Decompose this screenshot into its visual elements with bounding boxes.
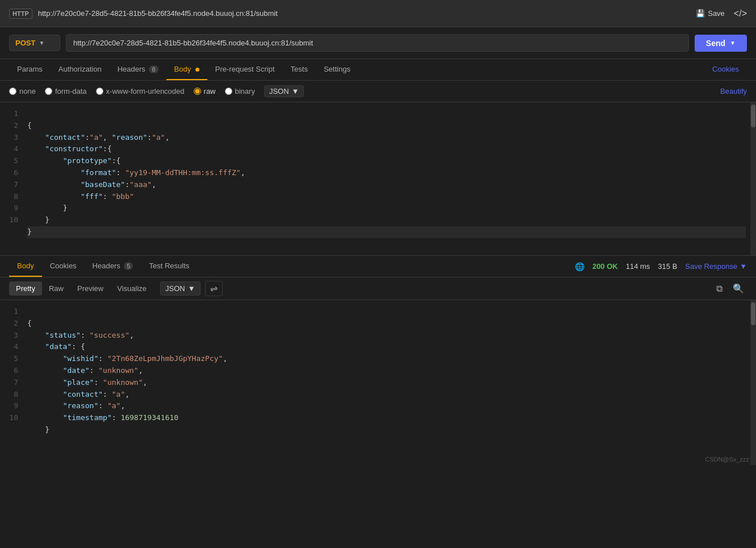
method-label: POST	[15, 39, 35, 47]
status-size: 315 B	[658, 262, 677, 271]
method-select[interactable]: POST ▼	[9, 35, 60, 51]
save-button[interactable]: 💾 Save	[696, 9, 725, 18]
title-url: http://7e20c0e7-28d5-4821-81b5-bb26f34fe…	[38, 9, 278, 18]
http-badge: HTTP	[9, 9, 32, 19]
request-line-numbers: 1 2 3 4 5 6 7 8 9 10	[0, 102, 23, 255]
opt-none[interactable]: none	[9, 87, 36, 96]
body-dot	[195, 68, 199, 72]
send-chevron-icon: ▼	[730, 40, 736, 46]
url-input[interactable]	[66, 34, 689, 52]
title-bar-left: HTTP http://7e20c0e7-28d5-4821-81b5-bb26…	[9, 9, 278, 19]
vtab-raw[interactable]: Raw	[42, 281, 70, 296]
response-line-numbers: 1 2 3 4 5 6 7 8 9 10	[0, 300, 23, 465]
title-bar-right: 💾 Save </>	[696, 9, 747, 19]
tab-settings[interactable]: Settings	[316, 59, 358, 80]
request-scrollbar-thumb	[751, 105, 755, 127]
globe-icon: 🌐	[575, 262, 584, 271]
url-bar: POST ▼ Send ▼	[0, 27, 756, 59]
save-label: Save	[708, 9, 725, 18]
opt-binary-label: binary	[235, 87, 255, 96]
resp-headers-badge: 5	[124, 262, 133, 270]
resp-tab-body[interactable]: Body	[9, 256, 42, 277]
response-code-content: { "status": "success", "data": { "wishid…	[23, 300, 750, 465]
save-response-chevron-icon: ▼	[740, 262, 747, 271]
opt-form-data-label: form-data	[55, 87, 87, 96]
code-icon: </>	[734, 9, 747, 19]
json-type-label: JSON	[269, 87, 289, 96]
resp-json-type-label: JSON	[165, 284, 185, 293]
save-icon: 💾	[696, 9, 705, 18]
method-chevron-icon: ▼	[39, 40, 44, 46]
response-scrollbar-thumb	[751, 302, 755, 325]
resp-tab-test-results[interactable]: Test Results	[141, 256, 197, 277]
opt-form-data[interactable]: form-data	[45, 87, 87, 96]
tab-cookies[interactable]: Cookies	[704, 59, 747, 80]
beautify-button[interactable]: Beautify	[720, 87, 747, 96]
request-code-content[interactable]: { "contact":"a", "reason":"a", "construc…	[23, 102, 750, 255]
tab-params[interactable]: Params	[9, 59, 51, 80]
viewer-tabs: Pretty Raw Preview Visualize JSON ▼ ⇌ ⧉ …	[0, 277, 756, 300]
status-time: 114 ms	[626, 262, 650, 271]
wrap-icon: ⇌	[210, 284, 218, 293]
opt-none-label: none	[19, 87, 36, 96]
opt-raw-label: raw	[204, 87, 216, 96]
opt-urlencoded[interactable]: x-www-form-urlencoded	[96, 87, 185, 96]
request-tabs: Params Authorization Headers 8 Body Pre-…	[0, 59, 756, 81]
save-response-button[interactable]: Save Response ▼	[685, 262, 747, 271]
json-type-select[interactable]: JSON ▼	[264, 85, 304, 97]
json-type-chevron-icon: ▼	[292, 87, 299, 96]
response-editor: 1 2 3 4 5 6 7 8 9 10 { "status": "succes…	[0, 300, 756, 465]
send-label: Send	[706, 39, 725, 48]
vtab-preview[interactable]: Preview	[70, 281, 110, 296]
response-scrollbar[interactable]	[750, 300, 756, 465]
watermark: CSDN@Sx_zzz	[705, 456, 749, 463]
copy-button[interactable]: ⧉	[713, 281, 725, 296]
opt-raw[interactable]: raw	[194, 87, 216, 96]
tab-tests[interactable]: Tests	[283, 59, 316, 80]
status-ok: 200 OK	[592, 262, 618, 271]
search-button[interactable]: 🔍	[730, 281, 747, 296]
wrap-icon-button[interactable]: ⇌	[205, 281, 223, 296]
body-options: none form-data x-www-form-urlencoded raw…	[0, 81, 756, 102]
request-editor: 1 2 3 4 5 6 7 8 9 10 { "contact":"a", "r…	[0, 102, 756, 256]
tab-headers[interactable]: Headers 8	[110, 59, 166, 80]
title-bar: HTTP http://7e20c0e7-28d5-4821-81b5-bb26…	[0, 0, 756, 27]
search-icon: 🔍	[733, 284, 744, 293]
viewer-tabs-right: ⧉ 🔍	[713, 281, 747, 296]
tab-body[interactable]: Body	[166, 59, 207, 80]
resp-json-chevron-icon: ▼	[188, 284, 195, 293]
opt-binary[interactable]: binary	[225, 87, 255, 96]
response-status: 🌐 200 OK 114 ms 315 B Save Response ▼	[575, 262, 747, 271]
vtab-visualize[interactable]: Visualize	[110, 281, 153, 296]
resp-tab-cookies[interactable]: Cookies	[42, 256, 85, 277]
response-tabs: Body Cookies Headers 5 Test Results 🌐 20…	[0, 256, 756, 277]
opt-urlencoded-label: x-www-form-urlencoded	[106, 87, 185, 96]
vtab-pretty[interactable]: Pretty	[9, 281, 42, 296]
send-button[interactable]: Send ▼	[695, 35, 747, 52]
tab-authorization[interactable]: Authorization	[51, 59, 110, 80]
request-scrollbar[interactable]	[750, 102, 756, 255]
resp-json-type-select[interactable]: JSON ▼	[160, 281, 201, 296]
save-response-label: Save Response	[685, 262, 737, 271]
headers-badge: 8	[149, 65, 158, 73]
copy-icon: ⧉	[716, 284, 722, 293]
tab-pre-request-script[interactable]: Pre-request Script	[207, 59, 283, 80]
resp-tab-headers[interactable]: Headers 5	[85, 256, 141, 277]
